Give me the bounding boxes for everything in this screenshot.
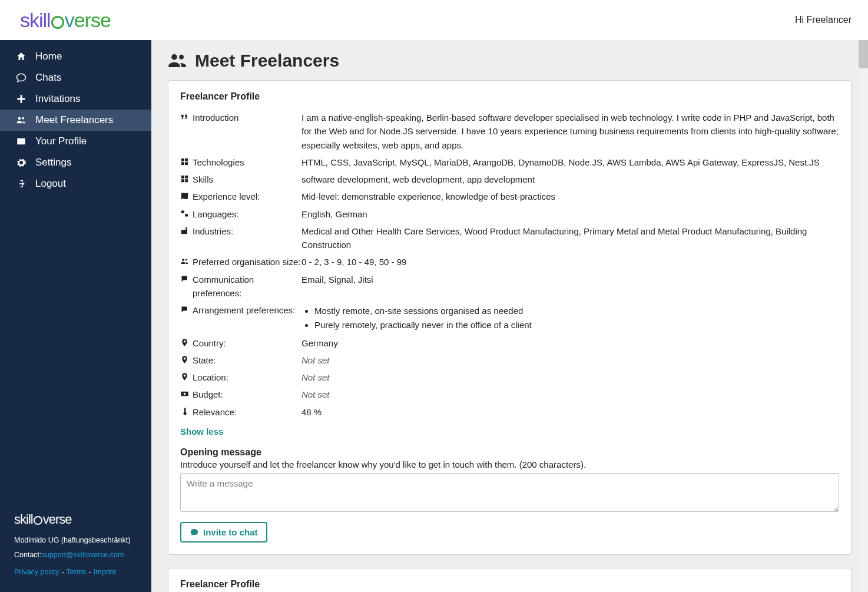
arrangement-item: Purely remotely, practically never in th… (314, 318, 839, 332)
value-introduction: I am a native-english-speaking, Berlin-b… (302, 111, 839, 152)
value-state: Not set (302, 353, 839, 367)
comments-icon (180, 305, 189, 314)
sidebar-item-label: Meet Freelancers (35, 114, 113, 126)
value-budget: Not set (302, 388, 839, 401)
grid-icon (180, 157, 189, 166)
scrollbar[interactable] (859, 40, 868, 592)
sidebar-item-label: Home (35, 51, 62, 62)
plus-icon (14, 94, 28, 104)
label-arrangement: Arrangement preferences: (193, 303, 295, 317)
home-icon (14, 51, 28, 62)
sidebar-item-label: Settings (35, 157, 71, 168)
label-relevance: Relevance: (193, 405, 237, 419)
company-name: Modimido UG (haftungsbeschränkt) (14, 533, 137, 548)
pin-icon (180, 338, 189, 347)
sidebar-item-invitations[interactable]: Invitations (0, 88, 151, 110)
language-icon (180, 209, 189, 218)
arrangement-item: Mostly remote, on-site sessions organise… (314, 304, 839, 318)
value-technologies: HTML, CSS, JavaScript, MySQL, MariaDB, A… (302, 156, 839, 169)
sidebar-item-chats[interactable]: Chats (0, 67, 151, 88)
label-skills: Skills (193, 173, 213, 186)
users-icon (14, 115, 28, 125)
sidebar-item-your-profile[interactable]: Your Profile (0, 131, 151, 152)
invite-to-chat-button[interactable]: Invite to chat (180, 522, 267, 543)
comments-icon (180, 274, 189, 283)
industry-icon (180, 226, 189, 235)
grid-icon (180, 174, 189, 183)
users-icon (180, 257, 189, 266)
main-content: Meet Freelancers Freelancer Profile Intr… (151, 40, 868, 592)
value-skills: software development, web development, a… (302, 173, 839, 186)
privacy-link[interactable]: Privacy policy (14, 568, 59, 576)
opening-heading: Opening message (180, 447, 839, 458)
value-industries: Medical and Other Health Care Services, … (302, 224, 839, 252)
pin-icon (180, 355, 189, 364)
invite-button-label: Invite to chat (203, 527, 258, 537)
logout-icon (14, 178, 28, 189)
sidebar-item-meet-freelancers[interactable]: Meet Freelancers (0, 110, 151, 131)
pin-icon (180, 372, 189, 381)
top-bar: skillverse Hi Freelancer (0, 0, 868, 40)
label-state: State: (193, 353, 216, 367)
user-greeting: Hi Freelancer (795, 15, 852, 25)
value-relevance: 48 % (302, 405, 839, 419)
label-orgsize: Preferred organisation size: (193, 255, 300, 269)
money-icon (180, 389, 189, 398)
value-location: Not set (302, 371, 839, 384)
profile-heading: Freelancer Profile (180, 579, 839, 590)
sidebar: Home Chats Invitations Meet Freelancers … (0, 40, 151, 592)
show-less-toggle[interactable]: Show less (180, 426, 223, 436)
opening-message-input[interactable] (180, 473, 839, 512)
sidebar-item-label: Logout (35, 178, 66, 190)
sidebar-item-label: Chats (35, 72, 61, 84)
label-languages: Languages: (193, 207, 238, 221)
profile-heading: Freelancer Profile (180, 91, 839, 102)
label-experience: Experience level: (193, 190, 260, 203)
footer-logo: skillverse (14, 510, 137, 530)
freelancer-profile-card: Freelancer Profile (168, 568, 852, 592)
users-icon (168, 52, 188, 69)
quote-icon (180, 113, 189, 121)
label-industries: Industries: (193, 224, 233, 238)
label-comm: Communication preferences: (193, 273, 302, 300)
id-card-icon (14, 136, 28, 147)
scrollbar-thumb[interactable] (859, 40, 868, 68)
gear-icon (14, 157, 28, 168)
label-country: Country: (193, 336, 226, 350)
value-languages: English, German (302, 207, 839, 221)
value-arrangement: Mostly remote, on-site sessions organise… (302, 303, 839, 333)
opening-message-section: Opening message Introduce yourself and l… (180, 447, 839, 514)
chat-icon (14, 72, 28, 83)
value-orgsize: 0 - 2, 3 - 9, 10 - 49, 50 - 99 (302, 255, 839, 269)
sidebar-item-logout[interactable]: Logout (0, 173, 151, 194)
page-title: Meet Freelancers (168, 51, 852, 71)
label-budget: Budget: (193, 388, 223, 401)
chat-icon (190, 528, 199, 537)
label-technologies: Technologies (193, 156, 244, 169)
app-logo[interactable]: skillverse (20, 9, 111, 32)
contact-email-link[interactable]: support@skilloverse.com (42, 550, 124, 561)
terms-link[interactable]: Terms (67, 568, 87, 576)
value-experience: Mid-level: demonstrable experience, know… (302, 190, 839, 203)
value-country: Germany (302, 336, 839, 350)
imprint-link[interactable]: Imprint (94, 568, 116, 576)
freelancer-profile-card: Freelancer Profile IntroductionI am a na… (168, 80, 852, 555)
sidebar-item-label: Invitations (35, 93, 81, 105)
sidebar-footer: skillverse Modimido UG (haftungsbeschrän… (0, 502, 151, 592)
sidebar-item-label: Your Profile (35, 135, 87, 147)
label-location: Location: (193, 371, 228, 384)
value-comm: Email, Signal, Jitsi (302, 273, 839, 286)
label-introduction: Introduction (193, 111, 238, 124)
sidebar-item-settings[interactable]: Settings (0, 152, 151, 173)
contact-label: Contact: (14, 550, 42, 561)
map-icon (180, 191, 189, 200)
opening-hint: Introduce yourself and let the freelance… (180, 459, 839, 469)
thermometer-icon (180, 407, 189, 416)
sidebar-item-home[interactable]: Home (0, 46, 151, 67)
